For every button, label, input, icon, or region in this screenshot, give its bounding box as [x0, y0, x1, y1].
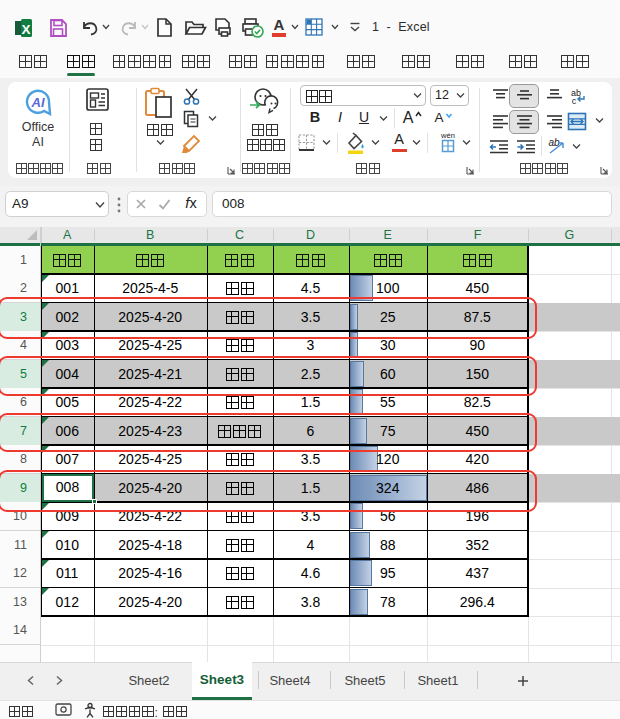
svg-text:X: X: [21, 22, 30, 37]
svg-text:A: A: [434, 110, 443, 125]
svg-text:wén: wén: [440, 131, 455, 140]
svg-text:c: c: [572, 96, 577, 105]
svg-text:A: A: [403, 109, 414, 126]
svg-text:AI: AI: [31, 95, 45, 110]
